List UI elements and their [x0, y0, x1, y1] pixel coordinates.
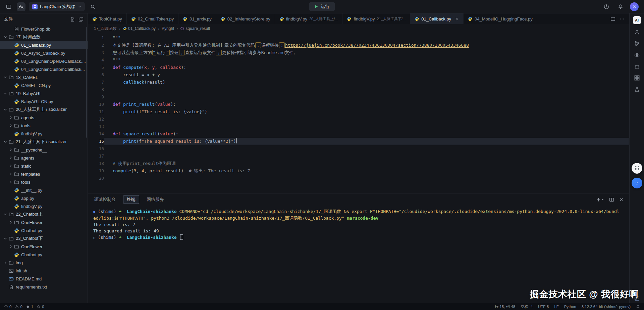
- tree-file[interactable]: CAMEL_CN.py: [0, 81, 88, 89]
- code-line[interactable]: 7 callback(result): [88, 79, 629, 86]
- collapse-all-button[interactable]: [78, 17, 84, 22]
- apps-launcher-button[interactable]: [632, 163, 642, 174]
- tree-file[interactable]: BabyAGI_CN.py: [0, 97, 88, 105]
- tree-folder[interactable]: OneFlower: [0, 218, 88, 226]
- tree-folder[interactable]: 23_Chatbot下: [0, 234, 88, 242]
- new-terminal-button[interactable]: [596, 197, 604, 202]
- run-button[interactable]: 运行: [309, 2, 335, 11]
- code-line[interactable]: 20: [88, 175, 629, 182]
- editor-tab[interactable]: 01_Callback.py: [410, 13, 464, 24]
- tree-file[interactable]: README.md: [0, 275, 88, 283]
- code-line[interactable]: 12: [88, 116, 629, 123]
- panel-tab[interactable]: 调试控制台: [93, 195, 116, 204]
- split-editor-button[interactable]: [610, 16, 615, 21]
- tree-folder[interactable]: tools: [0, 122, 88, 130]
- status-item[interactable]: 行 15, 列 48: [495, 304, 515, 309]
- tree-file[interactable]: 03_LangChainOpenAICallback....: [0, 57, 88, 65]
- code-line[interactable]: 9: [88, 93, 629, 101]
- tree-folder[interactable]: 22_Chatbot上: [0, 210, 88, 218]
- status-indicator[interactable]: 0: [4, 305, 11, 309]
- code-line[interactable]: 4""": [88, 56, 629, 64]
- code-line[interactable]: 5def compute(x, y, callback):: [88, 64, 629, 71]
- panel-tab[interactable]: 终端: [123, 195, 139, 204]
- close-panel-button[interactable]: [619, 197, 624, 202]
- tree-folder[interactable]: tools: [0, 178, 88, 186]
- code-line[interactable]: 3您可以点击最上方的“运行”按钮，直接运行该文件；更多操作指引请参考Readme…: [88, 49, 629, 56]
- code-line[interactable]: 14def square_result(value):: [88, 130, 629, 138]
- breadcrumb-item[interactable]: 17_回调函数: [94, 26, 117, 32]
- notifications-button[interactable]: [616, 2, 625, 11]
- split-terminal-button[interactable]: [609, 197, 614, 202]
- tree-folder[interactable]: agents: [0, 154, 88, 162]
- tree-folder[interactable]: 19_BabyAGI: [0, 89, 88, 97]
- code-line[interactable]: 11 print(f"The result is: {value}"): [88, 108, 629, 116]
- close-tab-button[interactable]: [454, 17, 459, 21]
- editor-tab[interactable]: 02_GmailToken.py: [127, 13, 179, 24]
- status-item[interactable]: UTF-8: [538, 305, 549, 309]
- code-line[interactable]: 1""": [88, 34, 629, 42]
- tree-file[interactable]: init.sh: [0, 267, 88, 275]
- terminal[interactable]: ● (shims) ➜ LangChain-shizhanke COMMAND=…: [88, 206, 629, 241]
- breadcrumb-item[interactable]: Pyright: [162, 26, 174, 31]
- code-line[interactable]: 10def print_result(value):: [88, 101, 629, 108]
- status-bell-icon[interactable]: [636, 305, 640, 309]
- source-control-icon[interactable]: [634, 41, 640, 47]
- tree-folder[interactable]: img: [0, 259, 88, 267]
- code-line[interactable]: 15 print(f"The squared result is: {value…: [88, 138, 629, 145]
- tree-folder[interactable]: OneFlower: [0, 242, 88, 251]
- editor-tab[interactable]: 02_InMemoryStore.py: [216, 13, 275, 24]
- tree-file[interactable]: app.py: [0, 194, 88, 202]
- breadcrumb-item[interactable]: square_result: [180, 26, 210, 31]
- status-indicator[interactable]: 0: [37, 305, 44, 309]
- code-line[interactable]: 2本文件是【回调函数: 在 AI 应用中引入异步通信机制】章节的配套代码，课程链…: [88, 42, 629, 49]
- more-actions-button[interactable]: [620, 16, 625, 21]
- tree-folder[interactable]: agents: [0, 114, 88, 122]
- tree-file[interactable]: requirements.txt: [0, 283, 88, 291]
- code-editor[interactable]: 1"""2本文件是【回调函数: 在 AI 应用中引入异步通信机制】章节的配套代码…: [88, 33, 629, 193]
- editor-tab[interactable]: findbigV.py20_人脉工具上/...: [275, 13, 343, 24]
- status-item[interactable]: 空格: 4: [521, 304, 533, 309]
- tree-file[interactable]: 04_LangChainCustomCallback...: [0, 65, 88, 73]
- code-line[interactable]: 6 result = x + y: [88, 71, 629, 79]
- editor-tab[interactable]: ToolChat.py: [88, 13, 127, 24]
- tree-folder[interactable]: 20_人脉工具上 / socializer: [0, 105, 88, 114]
- status-indicator[interactable]: 0: [15, 305, 22, 309]
- breadcrumb-item[interactable]: 01_Callback.py: [123, 26, 156, 31]
- editor-tab[interactable]: 04_ModelIO_HuggingFace.py: [464, 13, 537, 24]
- ai-assistant-button[interactable]: [632, 178, 642, 188]
- preview-icon[interactable]: [634, 52, 640, 58]
- status-item[interactable]: Python: [564, 305, 576, 309]
- new-file-button[interactable]: [70, 17, 75, 22]
- status-item[interactable]: LF: [554, 305, 558, 309]
- panel-tab[interactable]: 网络服务: [146, 195, 165, 204]
- tree-folder[interactable]: 17_回调函数: [0, 33, 88, 41]
- tree-file[interactable]: Chatbot.py: [0, 251, 88, 259]
- tree-file[interactable]: FlowerShop.db: [0, 25, 88, 33]
- workspace-switcher[interactable]: LangChain 实战课: [29, 2, 85, 11]
- status-indicator[interactable]: 1: [26, 305, 33, 309]
- search-button[interactable]: [88, 2, 98, 11]
- tests-icon[interactable]: [634, 86, 640, 92]
- editor-tab[interactable]: 01_arxiv.py: [178, 13, 216, 24]
- tree-file[interactable]: findbigV.py: [0, 130, 88, 138]
- help-button[interactable]: [602, 2, 611, 11]
- user-icon[interactable]: [634, 29, 640, 35]
- tree-file[interactable]: 01_Callback.py: [0, 41, 88, 49]
- code-line[interactable]: 13: [88, 123, 629, 130]
- code-line[interactable]: 17: [88, 152, 629, 160]
- debug-icon[interactable]: [634, 63, 640, 70]
- tree-folder[interactable]: __pycache__: [0, 146, 88, 154]
- tree-folder[interactable]: 21_人脉工具下 / socializer: [0, 138, 88, 146]
- extensions-icon[interactable]: [634, 75, 640, 81]
- tree-file[interactable]: 02_Async_Callback.py: [0, 49, 88, 57]
- tree-folder[interactable]: templates: [0, 170, 88, 178]
- status-item[interactable]: 3.12.2 64-bit ('shims': pyenv): [582, 305, 631, 309]
- editor-tab[interactable]: findbigV.py21_人脉工具下/...: [342, 13, 410, 24]
- code-line[interactable]: 16: [88, 145, 629, 152]
- code-line[interactable]: 19compute(3, 4, print_result) # 输出: The …: [88, 167, 629, 175]
- tree-file[interactable]: findbigV.py: [0, 202, 88, 210]
- ai-badge[interactable]: AI: [633, 16, 641, 24]
- app-logo[interactable]: [17, 2, 25, 11]
- tree-file[interactable]: __init__.py: [0, 186, 88, 194]
- code-line[interactable]: 18# 使用print_result作为回调: [88, 160, 629, 167]
